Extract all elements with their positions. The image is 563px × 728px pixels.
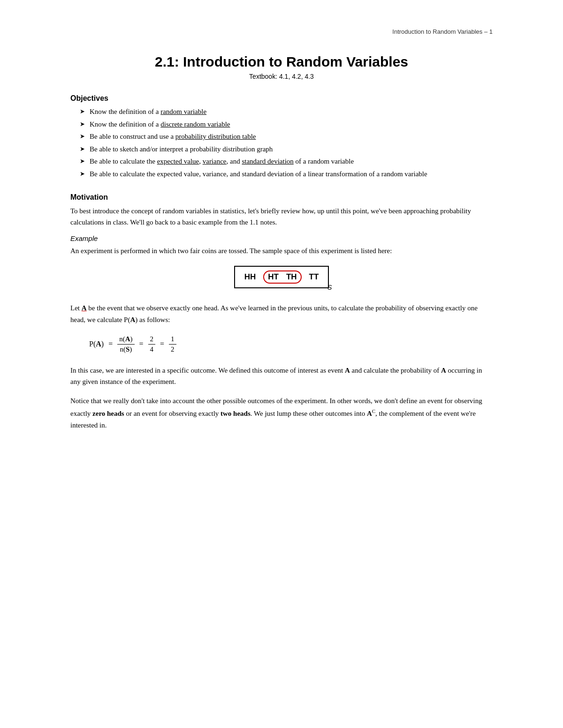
fraction-3: 1 2 <box>169 335 176 353</box>
arrow-icon: ➤ <box>80 157 85 166</box>
example-label: Example <box>70 234 493 242</box>
formula-block: P(A) = n(A) n(S) = 2 4 = 1 2 <box>89 335 493 353</box>
body-paragraph-4: Notice that we really don't take into ac… <box>70 395 493 431</box>
page: Introduction to Random Variables – 1 2.1… <box>70 0 493 478</box>
arrow-icon: ➤ <box>80 144 85 154</box>
list-item: ➤ Be able to calculate the expected valu… <box>80 169 493 180</box>
sample-HH: HH <box>244 272 256 282</box>
formula-equals-1: = <box>108 340 113 348</box>
sample-space-box: HH HT TH TT S <box>234 266 329 288</box>
page-label: Introduction to Random Variables – 1 <box>392 28 493 35</box>
main-title: 2.1: Introduction to Random Variables <box>70 54 493 70</box>
sample-space-label: S <box>327 284 332 291</box>
motivation-paragraph-1: To best introduce the concept of random … <box>70 205 493 228</box>
objective-3-text: Be able to construct and use a probabili… <box>90 131 256 142</box>
superscript-c: C <box>372 408 375 414</box>
objective-5-text: Be able to calculate the expected value,… <box>90 156 354 167</box>
list-item: ➤ Know the definition of a discrete rand… <box>80 119 493 130</box>
event-A-inline: A <box>130 316 135 323</box>
circled-HT-TH: HT TH <box>263 270 301 284</box>
arrow-icon: ➤ <box>80 120 85 129</box>
prob-dist-table-link: probability distribution table <box>175 133 256 140</box>
event-A-label: A <box>82 304 87 312</box>
expected-value-link: expected value <box>157 158 199 165</box>
formula-equals-2: = <box>139 340 144 348</box>
arrow-icon: ➤ <box>80 169 85 179</box>
fraction-3-numerator: 1 <box>169 335 176 345</box>
two-heads-bold: two heads <box>221 410 251 417</box>
page-header: Introduction to Random Variables – 1 <box>70 28 493 35</box>
example-text: An experiment is performed in which two … <box>70 245 493 256</box>
formula-inner: P(A) = n(A) n(S) = 2 4 = 1 2 <box>89 335 176 353</box>
list-item: ➤ Know the definition of a random variab… <box>80 106 493 117</box>
variance-link: variance <box>203 158 227 165</box>
objective-4-text: Be able to sketch and/or interpret a pro… <box>90 144 273 155</box>
formula-equals-3: = <box>160 340 164 348</box>
sample-HT: HT <box>268 272 279 282</box>
discrete-rv-link: discrete random variable <box>160 120 230 128</box>
fraction-2: 2 4 <box>148 335 156 353</box>
body-paragraph-2: Let A be the event that we observe exact… <box>70 302 493 326</box>
fraction-2-numerator: 2 <box>148 335 156 345</box>
subtitle: Textbook: 4.1, 4.2, 4.3 <box>70 73 493 80</box>
fraction-1-numerator: n(A) <box>117 335 134 345</box>
sample-TT: TT <box>309 272 319 282</box>
arrow-icon: ➤ <box>80 107 85 116</box>
fraction-1: n(A) n(S) <box>117 335 134 353</box>
arrow-icon: ➤ <box>80 132 85 141</box>
fraction-1-denominator: n(S) <box>118 345 134 353</box>
objectives-section: Objectives ➤ Know the definition of a ra… <box>70 94 493 179</box>
list-item: ➤ Be able to sketch and/or interpret a p… <box>80 144 493 155</box>
objective-6-text: Be able to calculate the expected value,… <box>90 169 427 180</box>
list-item: ➤ Be able to calculate the expected valu… <box>80 156 493 167</box>
body-paragraph-3: In this case, we are interested in a spe… <box>70 365 493 388</box>
objective-1-text: Know the definition of a random variable <box>90 106 206 117</box>
fraction-2-denominator: 4 <box>148 345 156 353</box>
motivation-section: Motivation To best introduce the concept… <box>70 193 493 431</box>
random-variable-link: random variable <box>160 108 206 115</box>
std-dev-link: standard deviation <box>242 158 293 165</box>
event-A-bold-3b: A <box>441 367 446 374</box>
event-Ac-bold: A <box>367 410 372 417</box>
fraction-3-denominator: 2 <box>169 345 176 353</box>
objectives-list: ➤ Know the definition of a random variab… <box>70 106 493 179</box>
zero-heads-bold: zero heads <box>92 410 124 417</box>
objectives-heading: Objectives <box>70 94 493 103</box>
sample-space-container: HH HT TH TT S <box>70 266 493 288</box>
objective-2-text: Know the definition of a discrete random… <box>90 119 230 130</box>
event-A-bold-3: A <box>345 367 350 374</box>
motivation-heading: Motivation <box>70 193 493 202</box>
sample-TH: TH <box>286 272 297 282</box>
list-item: ➤ Be able to construct and use a probabi… <box>80 131 493 142</box>
formula-lhs: P(A) <box>89 340 104 348</box>
